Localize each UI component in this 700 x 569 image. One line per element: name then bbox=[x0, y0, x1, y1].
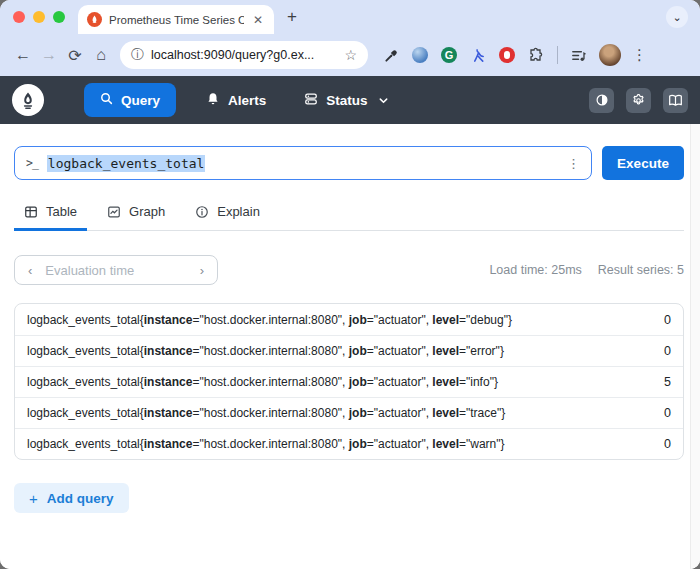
series-value: 0 bbox=[664, 406, 671, 420]
address-bar[interactable]: ⓘ localhost:9090/query?g0.ex... ☆ bbox=[120, 41, 368, 69]
tab-table-label: Table bbox=[46, 204, 77, 219]
series-value: 0 bbox=[664, 437, 671, 451]
add-query-label: Add query bbox=[47, 491, 114, 506]
nav-status-label: Status bbox=[326, 93, 367, 108]
series-expression: logback_events_total{instance="host.dock… bbox=[27, 375, 652, 389]
nav-status-menu[interactable]: Status bbox=[304, 92, 388, 109]
tab-close-icon[interactable]: ✕ bbox=[251, 13, 265, 27]
terminal-prompt-icon: >_ bbox=[26, 156, 38, 170]
reload-button[interactable]: ⟳ bbox=[62, 46, 88, 65]
site-info-icon[interactable]: ⓘ bbox=[131, 46, 144, 64]
result-tabs: Table Graph Explain bbox=[14, 200, 684, 231]
reading-list-icon[interactable] bbox=[569, 46, 587, 64]
info-circle-icon bbox=[195, 205, 209, 219]
series-value: 0 bbox=[664, 344, 671, 358]
result-series-text: Result series: 5 bbox=[598, 263, 684, 277]
table-row: logback_events_total{instance="host.dock… bbox=[15, 397, 683, 428]
adblock-extension-icon[interactable] bbox=[498, 46, 516, 64]
eval-prev-icon[interactable]: ‹ bbox=[28, 263, 32, 278]
color-picker-extension-icon[interactable] bbox=[382, 46, 400, 64]
evaluation-time-input[interactable]: Evaluation time bbox=[45, 263, 199, 278]
plus-icon: + bbox=[29, 490, 38, 507]
load-time-text: Load time: 25ms bbox=[489, 263, 581, 277]
tab-title: Prometheus Time Series Colle bbox=[109, 14, 244, 26]
series-value: 0 bbox=[664, 313, 671, 327]
settings-gear-button[interactable] bbox=[626, 88, 651, 113]
tab-strip: Prometheus Time Series Colle ✕ + ⌄ bbox=[0, 0, 700, 34]
scrollbar-track[interactable] bbox=[690, 124, 700, 569]
tab-graph-label: Graph bbox=[129, 204, 165, 219]
tab-table[interactable]: Table bbox=[14, 200, 87, 231]
page-content: >_ logback_events_total ⋮ Execute Table bbox=[0, 124, 700, 569]
execute-button[interactable]: Execute bbox=[602, 146, 684, 180]
new-tab-button[interactable]: + bbox=[287, 7, 297, 27]
query-stats: Load time: 25ms Result series: 5 bbox=[489, 263, 684, 277]
search-icon bbox=[100, 92, 113, 108]
nav-query-button[interactable]: Query bbox=[84, 83, 176, 117]
browser-window: Prometheus Time Series Colle ✕ + ⌄ ← → ⟳… bbox=[0, 0, 700, 569]
extension-icons: G bbox=[382, 46, 545, 64]
evaluation-row: ‹ Evaluation time › Load time: 25ms Resu… bbox=[14, 255, 684, 285]
back-button[interactable]: ← bbox=[10, 46, 36, 64]
url-text[interactable]: localhost:9090/query?g0.ex... bbox=[151, 48, 337, 62]
prometheus-favicon-icon bbox=[87, 12, 102, 27]
browser-menu-icon[interactable]: ⋮ bbox=[632, 46, 647, 64]
tab-search-button[interactable]: ⌄ bbox=[666, 6, 688, 28]
series-expression: logback_events_total{instance="host.dock… bbox=[27, 313, 652, 327]
series-expression: logback_events_total{instance="host.dock… bbox=[27, 437, 652, 451]
graph-icon bbox=[107, 205, 121, 219]
query-row: >_ logback_events_total ⋮ Execute bbox=[14, 146, 684, 180]
blue-circle-extension-icon[interactable] bbox=[411, 46, 429, 64]
table-row: logback_events_total{instance="host.dock… bbox=[15, 304, 683, 335]
table-row: logback_events_total{instance="host.dock… bbox=[15, 335, 683, 366]
window-controls bbox=[13, 11, 65, 23]
maximize-window-button[interactable] bbox=[53, 11, 65, 23]
bookmark-star-icon[interactable]: ☆ bbox=[344, 47, 357, 63]
results-rows: logback_events_total{instance="host.dock… bbox=[15, 304, 683, 459]
figure-extension-icon[interactable] bbox=[469, 46, 487, 64]
browser-toolbar: ← → ⟳ ⌂ ⓘ localhost:9090/query?g0.ex... … bbox=[0, 34, 700, 76]
profile-avatar[interactable] bbox=[599, 44, 621, 66]
series-expression: logback_events_total{instance="host.dock… bbox=[27, 406, 652, 420]
eval-next-icon[interactable]: › bbox=[200, 263, 204, 278]
tab-explain[interactable]: Explain bbox=[185, 200, 270, 231]
theme-toggle-button[interactable] bbox=[589, 88, 614, 113]
evaluation-time-stepper[interactable]: ‹ Evaluation time › bbox=[14, 255, 218, 285]
status-stack-icon bbox=[304, 92, 318, 109]
tab-explain-label: Explain bbox=[217, 204, 260, 219]
grammarly-extension-icon[interactable]: G bbox=[440, 46, 458, 64]
prometheus-navbar: Query Alerts Status bbox=[0, 76, 700, 124]
expression-text[interactable]: logback_events_total bbox=[47, 155, 206, 172]
table-icon bbox=[24, 205, 38, 219]
series-expression: logback_events_total{instance="host.dock… bbox=[27, 344, 652, 358]
forward-button: → bbox=[36, 46, 62, 64]
results-table: logback_events_total{instance="host.dock… bbox=[14, 303, 684, 460]
close-window-button[interactable] bbox=[13, 11, 25, 23]
nav-alerts-label: Alerts bbox=[228, 93, 266, 108]
extensions-puzzle-icon[interactable] bbox=[527, 46, 545, 64]
browser-tab[interactable]: Prometheus Time Series Colle ✕ bbox=[78, 5, 274, 34]
bell-icon bbox=[206, 92, 220, 109]
add-query-button[interactable]: + Add query bbox=[14, 483, 129, 513]
nav-query-label: Query bbox=[121, 93, 160, 108]
table-row: logback_events_total{instance="host.dock… bbox=[15, 428, 683, 459]
home-button[interactable]: ⌂ bbox=[88, 46, 114, 64]
docs-book-button[interactable] bbox=[663, 88, 688, 113]
series-value: 5 bbox=[664, 375, 671, 389]
table-row: logback_events_total{instance="host.dock… bbox=[15, 366, 683, 397]
tab-graph[interactable]: Graph bbox=[97, 200, 175, 231]
toolbar-divider bbox=[557, 46, 558, 64]
minimize-window-button[interactable] bbox=[33, 11, 45, 23]
expression-input[interactable]: >_ logback_events_total ⋮ bbox=[14, 146, 592, 180]
prometheus-logo[interactable] bbox=[12, 84, 44, 116]
expression-menu-icon[interactable]: ⋮ bbox=[567, 156, 580, 171]
chevron-down-icon bbox=[378, 95, 389, 106]
nav-alerts-button[interactable]: Alerts bbox=[206, 92, 266, 109]
